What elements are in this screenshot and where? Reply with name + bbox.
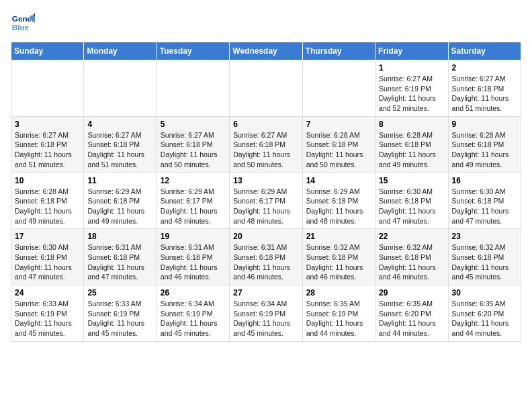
day-info: Sunrise: 6:35 AM Sunset: 6:20 PM Dayligh… (452, 299, 517, 338)
day-info: Sunrise: 6:27 AM Sunset: 6:19 PM Dayligh… (379, 74, 444, 113)
day-info: Sunrise: 6:32 AM Sunset: 6:18 PM Dayligh… (452, 242, 517, 282)
calendar-cell: 21Sunrise: 6:32 AM Sunset: 6:18 PM Dayli… (302, 229, 375, 285)
day-number: 28 (306, 288, 371, 298)
day-number: 22 (379, 232, 444, 241)
svg-text:Blue: Blue (12, 23, 30, 32)
calendar-week-row: 10Sunrise: 6:28 AM Sunset: 6:18 PM Dayli… (11, 173, 521, 229)
calendar-cell: 3Sunrise: 6:27 AM Sunset: 6:18 PM Daylig… (11, 116, 84, 173)
day-info: Sunrise: 6:33 AM Sunset: 6:19 PM Dayligh… (87, 299, 152, 338)
calendar-cell: 27Sunrise: 6:34 AM Sunset: 6:19 PM Dayli… (230, 285, 302, 342)
day-of-week-header: Saturday (448, 42, 521, 60)
calendar-cell: 24Sunrise: 6:33 AM Sunset: 6:19 PM Dayli… (11, 285, 84, 342)
day-number: 20 (233, 232, 298, 241)
day-info: Sunrise: 6:28 AM Sunset: 6:18 PM Dayligh… (452, 130, 517, 170)
calendar-cell: 23Sunrise: 6:32 AM Sunset: 6:18 PM Dayli… (448, 229, 521, 285)
day-info: Sunrise: 6:27 AM Sunset: 6:18 PM Dayligh… (161, 130, 226, 170)
calendar-cell: 25Sunrise: 6:33 AM Sunset: 6:19 PM Dayli… (84, 285, 157, 342)
day-of-week-header: Sunday (11, 42, 84, 60)
calendar-cell: 12Sunrise: 6:29 AM Sunset: 6:17 PM Dayli… (157, 173, 229, 229)
day-number: 4 (87, 120, 152, 129)
calendar-cell: 29Sunrise: 6:35 AM Sunset: 6:20 PM Dayli… (375, 285, 448, 342)
day-number: 11 (87, 176, 152, 185)
calendar-cell: 16Sunrise: 6:30 AM Sunset: 6:18 PM Dayli… (448, 173, 521, 229)
day-of-week-header: Monday (84, 42, 157, 60)
day-info: Sunrise: 6:27 AM Sunset: 6:18 PM Dayligh… (87, 130, 152, 170)
day-number: 12 (161, 176, 226, 185)
day-number: 30 (452, 288, 517, 298)
day-number: 26 (161, 288, 226, 298)
calendar-cell: 30Sunrise: 6:35 AM Sunset: 6:20 PM Dayli… (448, 285, 521, 342)
day-number: 1 (379, 63, 444, 73)
day-number: 25 (87, 288, 152, 298)
day-info: Sunrise: 6:34 AM Sunset: 6:19 PM Dayligh… (161, 299, 226, 338)
logo-icon: General Blue (11, 11, 35, 35)
day-of-week-header: Friday (375, 42, 448, 60)
day-info: Sunrise: 6:27 AM Sunset: 6:18 PM Dayligh… (15, 130, 80, 170)
calendar-cell: 1Sunrise: 6:27 AM Sunset: 6:19 PM Daylig… (375, 60, 448, 117)
calendar-cell: 7Sunrise: 6:28 AM Sunset: 6:18 PM Daylig… (302, 116, 375, 173)
calendar-week-row: 24Sunrise: 6:33 AM Sunset: 6:19 PM Dayli… (11, 285, 521, 342)
day-info: Sunrise: 6:32 AM Sunset: 6:18 PM Dayligh… (379, 242, 444, 282)
calendar-cell: 28Sunrise: 6:35 AM Sunset: 6:19 PM Dayli… (302, 285, 375, 342)
day-number: 17 (15, 232, 80, 241)
day-number: 15 (379, 176, 444, 185)
calendar-cell: 14Sunrise: 6:29 AM Sunset: 6:18 PM Dayli… (302, 173, 375, 229)
calendar-cell: 8Sunrise: 6:28 AM Sunset: 6:18 PM Daylig… (375, 116, 448, 173)
calendar-cell: 5Sunrise: 6:27 AM Sunset: 6:18 PM Daylig… (157, 116, 229, 173)
calendar: SundayMondayTuesdayWednesdayThursdayFrid… (11, 42, 521, 342)
day-info: Sunrise: 6:35 AM Sunset: 6:20 PM Dayligh… (379, 299, 444, 338)
day-number: 6 (233, 120, 298, 129)
day-number: 24 (15, 288, 80, 298)
calendar-cell: 11Sunrise: 6:29 AM Sunset: 6:18 PM Dayli… (84, 173, 157, 229)
day-number: 2 (452, 63, 517, 73)
calendar-cell (11, 60, 84, 117)
calendar-week-row: 1Sunrise: 6:27 AM Sunset: 6:19 PM Daylig… (11, 60, 521, 117)
day-info: Sunrise: 6:29 AM Sunset: 6:18 PM Dayligh… (306, 187, 371, 226)
calendar-cell: 9Sunrise: 6:28 AM Sunset: 6:18 PM Daylig… (448, 116, 521, 173)
day-info: Sunrise: 6:34 AM Sunset: 6:19 PM Dayligh… (233, 299, 298, 338)
day-number: 3 (15, 120, 80, 129)
day-number: 10 (15, 176, 80, 185)
day-number: 29 (379, 288, 444, 298)
day-info: Sunrise: 6:28 AM Sunset: 6:18 PM Dayligh… (379, 130, 444, 170)
day-info: Sunrise: 6:33 AM Sunset: 6:19 PM Dayligh… (15, 299, 80, 338)
day-of-week-header: Thursday (302, 42, 375, 60)
day-info: Sunrise: 6:27 AM Sunset: 6:18 PM Dayligh… (452, 74, 517, 113)
day-number: 5 (161, 120, 226, 129)
day-info: Sunrise: 6:29 AM Sunset: 6:17 PM Dayligh… (233, 187, 298, 226)
day-number: 21 (306, 232, 371, 241)
calendar-cell (84, 60, 157, 117)
day-number: 9 (452, 120, 517, 129)
day-number: 7 (306, 120, 371, 129)
calendar-cell: 10Sunrise: 6:28 AM Sunset: 6:18 PM Dayli… (11, 173, 84, 229)
day-info: Sunrise: 6:31 AM Sunset: 6:18 PM Dayligh… (161, 242, 226, 282)
day-info: Sunrise: 6:30 AM Sunset: 6:18 PM Dayligh… (15, 242, 80, 282)
calendar-cell (230, 60, 302, 117)
day-number: 14 (306, 176, 371, 185)
day-number: 16 (452, 176, 517, 185)
calendar-cell: 22Sunrise: 6:32 AM Sunset: 6:18 PM Dayli… (375, 229, 448, 285)
calendar-cell: 6Sunrise: 6:27 AM Sunset: 6:18 PM Daylig… (230, 116, 302, 173)
calendar-cell: 17Sunrise: 6:30 AM Sunset: 6:18 PM Dayli… (11, 229, 84, 285)
calendar-cell: 19Sunrise: 6:31 AM Sunset: 6:18 PM Dayli… (157, 229, 229, 285)
calendar-cell: 2Sunrise: 6:27 AM Sunset: 6:18 PM Daylig… (448, 60, 521, 117)
day-of-week-header: Tuesday (157, 42, 229, 60)
day-number: 19 (161, 232, 226, 241)
calendar-cell: 18Sunrise: 6:31 AM Sunset: 6:18 PM Dayli… (84, 229, 157, 285)
calendar-cell (157, 60, 229, 117)
day-number: 18 (87, 232, 152, 241)
calendar-week-row: 17Sunrise: 6:30 AM Sunset: 6:18 PM Dayli… (11, 229, 521, 285)
calendar-cell: 13Sunrise: 6:29 AM Sunset: 6:17 PM Dayli… (230, 173, 302, 229)
day-number: 8 (379, 120, 444, 129)
day-number: 23 (452, 232, 517, 241)
day-info: Sunrise: 6:35 AM Sunset: 6:19 PM Dayligh… (306, 299, 371, 338)
day-number: 13 (233, 176, 298, 185)
calendar-week-row: 3Sunrise: 6:27 AM Sunset: 6:18 PM Daylig… (11, 116, 521, 173)
calendar-cell: 4Sunrise: 6:27 AM Sunset: 6:18 PM Daylig… (84, 116, 157, 173)
calendar-cell (302, 60, 375, 117)
day-info: Sunrise: 6:31 AM Sunset: 6:18 PM Dayligh… (87, 242, 152, 282)
day-info: Sunrise: 6:30 AM Sunset: 6:18 PM Dayligh… (379, 187, 444, 226)
day-info: Sunrise: 6:27 AM Sunset: 6:18 PM Dayligh… (233, 130, 298, 170)
day-info: Sunrise: 6:28 AM Sunset: 6:18 PM Dayligh… (15, 187, 80, 226)
calendar-header-row: SundayMondayTuesdayWednesdayThursdayFrid… (11, 42, 521, 60)
